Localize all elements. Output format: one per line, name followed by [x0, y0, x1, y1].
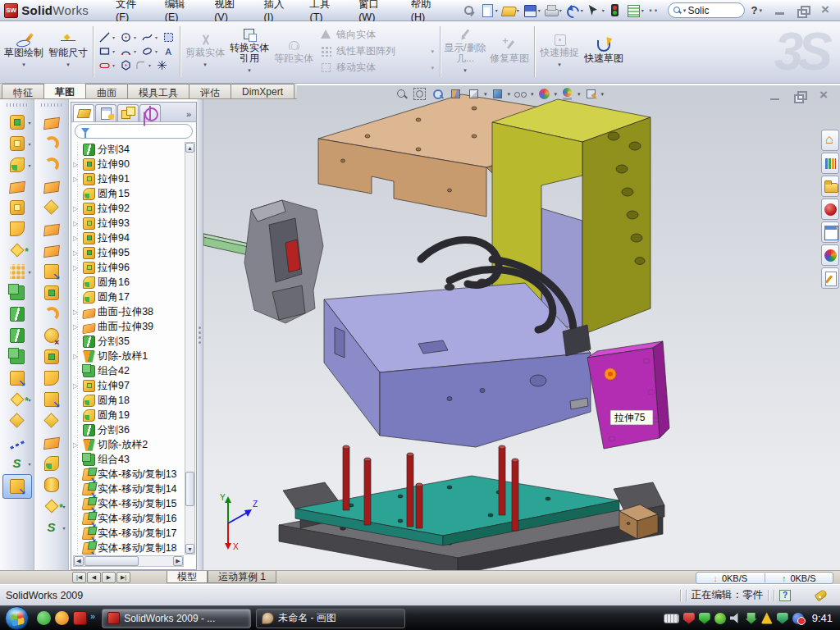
dropdown-arrow-icon[interactable]: ▾	[155, 48, 161, 54]
tree-item[interactable]: 圆角17	[73, 290, 184, 304]
custom-properties-tab[interactable]	[821, 267, 839, 289]
exploded-mold-assembly[interactable]: Y Z X 拉伸75	[203, 85, 840, 570]
tree-item[interactable]: 分割34	[73, 142, 184, 157]
dropdown-arrow-icon[interactable]: ▾	[134, 34, 139, 40]
dropdown-arrow-icon[interactable]: ▾	[28, 120, 30, 126]
rectangle-icon[interactable]	[98, 45, 112, 57]
expand-arrow-icon[interactable]	[73, 220, 80, 227]
surface-flex-button[interactable]: ▾	[37, 261, 66, 281]
configurationmanager-tab[interactable]	[117, 104, 139, 121]
dropdown-arrow-icon[interactable]: ▾	[28, 162, 30, 168]
command-tab[interactable]: 草图	[43, 83, 86, 98]
expand-arrow-icon[interactable]	[73, 205, 80, 212]
rebuild-traffic-light-icon[interactable]	[606, 2, 623, 18]
dropdown-arrow-icon[interactable]: ▾	[112, 62, 118, 68]
combine-bodies-button[interactable]: ▾	[2, 346, 32, 367]
dropdown-arrow-icon[interactable]: ▾	[538, 7, 541, 13]
expand-arrow-icon[interactable]	[73, 441, 80, 449]
status-help-button[interactable]: ?	[779, 590, 791, 601]
search-value[interactable]: Solic	[687, 5, 709, 16]
dropdown-arrow-icon[interactable]: ▾	[155, 34, 161, 40]
scrollbar-thumb[interactable]	[84, 556, 139, 566]
tree-item[interactable]: 拉伸90	[73, 157, 184, 171]
revolved-surface-button[interactable]: ▾	[37, 133, 66, 153]
command-tab[interactable]: 模具工具	[127, 84, 189, 98]
tree-item[interactable]: 分割35	[73, 334, 184, 349]
offset-surface-button[interactable]: ▾	[37, 218, 66, 239]
dropdown-arrow-icon[interactable]: ▾	[28, 397, 30, 403]
home-tab[interactable]	[821, 130, 839, 151]
line-icon[interactable]	[98, 31, 112, 43]
health-shield-tray-icon[interactable]	[777, 613, 788, 624]
dropdown-arrow-icon[interactable]: ▾	[495, 7, 498, 13]
dropdown-arrow-icon[interactable]: ▾	[578, 91, 581, 98]
expand-arrow-icon[interactable]	[73, 323, 80, 331]
tree-item[interactable]: 圆角19	[73, 408, 184, 422]
sketch-fillet-icon[interactable]	[134, 59, 148, 71]
dropdown-arrow-icon[interactable]: ▾	[28, 141, 30, 147]
swept-surface-button[interactable]: ▾	[37, 154, 66, 175]
scroll-left-button[interactable]: ◀	[74, 556, 84, 566]
quick-launch-overflow-chevron[interactable]: »	[90, 611, 95, 621]
command-tab[interactable]: 特征	[2, 84, 44, 98]
curve-b-button[interactable]: ▾	[37, 517, 66, 537]
dropdown-arrow-icon[interactable]: ▾	[248, 65, 251, 75]
text-icon[interactable]: A	[162, 45, 176, 57]
dropdown-arrow-icon[interactable]: ▾	[581, 7, 583, 13]
tree-item[interactable]: 曲面-拉伸39	[73, 319, 184, 334]
taskbar-window-button[interactable]: 未命名 - 画图	[256, 609, 405, 628]
expand-arrow-icon[interactable]	[73, 308, 80, 316]
sketch-settings-icon[interactable]	[583, 87, 599, 101]
tree-item[interactable]: 分割36	[73, 422, 184, 437]
curve-button[interactable]: ▾	[2, 453, 32, 473]
panel-splitter[interactable]	[197, 99, 203, 570]
scroll-right-button[interactable]: ▶	[173, 556, 183, 566]
tree-item[interactable]: 实体-移动/复制15	[73, 496, 184, 511]
untrim-surface-button[interactable]: ▾	[37, 431, 66, 452]
nav-prev-button[interactable]: ◀	[87, 572, 101, 583]
dropdown-arrow-icon[interactable]: ▾	[531, 91, 534, 98]
display-style-icon[interactable]	[490, 87, 505, 101]
zoom-to-fit-icon[interactable]	[394, 87, 409, 101]
dropdown-arrow-icon[interactable]: ▾	[641, 7, 644, 13]
command-tab[interactable]: 曲面	[85, 84, 128, 98]
tree-item[interactable]: 圆角18	[73, 393, 184, 408]
command-tab[interactable]: 评估	[189, 84, 231, 98]
tree-item[interactable]: 圆角16	[73, 275, 184, 290]
solidworks-resources-tab[interactable]	[821, 199, 839, 220]
expand-arrow-icon[interactable]	[73, 235, 80, 242]
expand-arrow-icon[interactable]	[73, 176, 80, 183]
start-button[interactable]	[5, 606, 29, 630]
study-tab[interactable]: 运动算例 1	[208, 571, 276, 583]
dropdown-arrow-icon[interactable]: ▾	[148, 62, 154, 68]
tree-item[interactable]: 实体-移动/复制16	[73, 511, 184, 526]
planar-surface-button[interactable]: ▾	[37, 240, 66, 260]
dropdown-arrow-icon[interactable]: ▾	[66, 59, 70, 70]
slot-icon[interactable]	[98, 59, 112, 71]
tree-item[interactable]: 拉伸92	[73, 201, 184, 216]
tree-item[interactable]: 拉伸95	[73, 245, 184, 260]
dropdown-arrow-icon[interactable]: ▾	[22, 59, 25, 70]
search-box[interactable]: ▾ Solic	[668, 2, 745, 18]
scroll-up-button[interactable]: ▲	[185, 143, 194, 153]
tree-item[interactable]: 组合43	[73, 452, 184, 467]
tree-item[interactable]: 拉伸93	[73, 216, 184, 231]
toolbar-grip[interactable]	[7, 103, 28, 107]
help-dropdown-icon[interactable]: ▾	[759, 7, 762, 14]
nav-next-button[interactable]: ▶	[102, 572, 116, 583]
dimxpertmanager-tab[interactable]	[139, 104, 161, 121]
nav-last-button[interactable]: ▶|	[116, 572, 130, 583]
extruded-cut-button[interactable]: ▾	[2, 133, 32, 153]
tree-horizontal-scrollbar[interactable]: ◀ ▶	[73, 555, 184, 567]
dropdown-arrow-icon[interactable]: ▾	[62, 504, 65, 509]
doc-close-button[interactable]	[818, 90, 830, 102]
tree-item[interactable]: 曲面-拉伸38	[73, 304, 184, 319]
close-button[interactable]	[819, 5, 832, 16]
warning-tray-icon[interactable]	[761, 613, 773, 624]
linear-pattern-button[interactable]: ▾	[2, 261, 32, 281]
expand-arrow-icon[interactable]	[73, 382, 80, 390]
boundary-surface-button[interactable]: ▾	[37, 197, 66, 217]
tree-item[interactable]: 组合42	[73, 363, 184, 378]
open-file-icon[interactable]	[500, 2, 517, 18]
draft-button[interactable]: ▾	[2, 240, 32, 260]
